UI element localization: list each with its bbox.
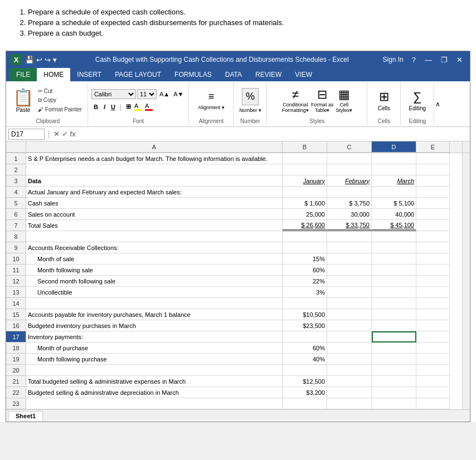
cell-c11[interactable] (327, 265, 372, 276)
row-header-18[interactable]: 18 (6, 342, 26, 354)
grow-font-button[interactable]: A▲ (158, 90, 171, 98)
tab-review[interactable]: REVIEW (249, 68, 288, 81)
row-header-6[interactable]: 6 (6, 209, 26, 220)
select-all-corner[interactable] (6, 141, 26, 153)
cell-e16[interactable] (416, 320, 450, 331)
signin-button[interactable]: Sign In (382, 56, 403, 63)
cell-b23[interactable] (283, 398, 327, 409)
cell-a23[interactable] (26, 398, 283, 409)
cell-e12[interactable] (416, 276, 450, 287)
row-header-4[interactable]: 4 (6, 187, 26, 198)
cell-b15[interactable]: $10,500 (283, 309, 327, 320)
row-header-1[interactable]: 1 (6, 153, 26, 164)
col-header-b[interactable]: B (283, 141, 327, 153)
cell-a14[interactable] (26, 298, 283, 309)
cell-a4[interactable]: Actual January and February and expected… (26, 187, 283, 198)
cell-a21[interactable]: Total budgeted selling & administrative … (26, 376, 283, 387)
cell-reference-input[interactable] (8, 129, 45, 140)
cell-d4[interactable] (372, 187, 416, 198)
cell-a18[interactable]: Month of purchase (26, 342, 283, 354)
close-button[interactable]: ✕ (454, 55, 465, 65)
sheet-tab-sheet1[interactable]: Sheet1 (8, 411, 43, 421)
cell-e2[interactable] (416, 164, 450, 175)
cell-e7[interactable] (416, 220, 450, 231)
row-header-7[interactable]: 7 (6, 220, 26, 231)
row-header-20[interactable]: 20 (6, 365, 26, 376)
insert-function-button[interactable]: fx (70, 130, 76, 138)
cell-b20[interactable] (283, 365, 327, 376)
cell-d11[interactable] (372, 265, 416, 276)
row-header-2[interactable]: 2 (6, 164, 26, 175)
cell-a16[interactable]: Budgeted inventory purchases in March (26, 320, 283, 331)
cell-d2[interactable] (372, 164, 416, 175)
cell-e17[interactable] (416, 331, 450, 342)
row-header-17[interactable]: 17 (6, 331, 26, 342)
alignment-icon[interactable]: ≡ (208, 91, 215, 102)
cell-e21[interactable] (416, 376, 450, 387)
row-header-14[interactable]: 14 (6, 298, 26, 309)
formula-input[interactable] (78, 130, 468, 139)
cell-e8[interactable] (416, 231, 450, 242)
bold-button[interactable]: B (91, 102, 100, 111)
cell-b10[interactable]: 15% (283, 253, 327, 265)
row-header-10[interactable]: 10 (6, 253, 26, 265)
cell-d22[interactable] (372, 387, 416, 398)
cell-e18[interactable] (416, 342, 450, 354)
cell-d14[interactable] (372, 298, 416, 309)
cell-c17[interactable] (327, 331, 372, 342)
tab-data[interactable]: DATA (218, 68, 249, 81)
cell-b18[interactable]: 60% (283, 342, 327, 354)
cell-b1[interactable] (283, 153, 327, 164)
undo-icon[interactable]: ↩ (36, 56, 42, 64)
tab-formulas[interactable]: FORMULAS (168, 68, 218, 81)
cell-b3[interactable]: January (283, 175, 327, 187)
cell-d3[interactable]: March (372, 175, 416, 187)
percent-button[interactable]: % (242, 88, 259, 105)
cell-d8[interactable] (372, 231, 416, 242)
cell-b9[interactable] (283, 242, 327, 253)
cell-e3[interactable] (416, 175, 450, 187)
row-header-23[interactable]: 23 (6, 398, 26, 409)
cell-d7[interactable]: $ 45,100 (372, 220, 416, 231)
row-header-22[interactable]: 22 (6, 387, 26, 398)
cell-d16[interactable] (372, 320, 416, 331)
cell-e23[interactable] (416, 398, 450, 409)
ribbon-collapse-button[interactable]: ∧ (434, 82, 441, 125)
cell-d12[interactable] (372, 276, 416, 287)
customize-icon[interactable]: ▾ (53, 56, 57, 64)
cell-a17[interactable]: Inventory payments: (26, 331, 283, 342)
help-button[interactable]: ? (409, 55, 419, 65)
italic-button[interactable]: I (101, 102, 108, 111)
cell-b5[interactable]: $ 1,600 (283, 198, 327, 209)
col-header-d[interactable]: D (372, 141, 416, 153)
cell-a10[interactable]: Month of sale (26, 253, 283, 265)
cell-e5[interactable] (416, 198, 450, 209)
cell-a6[interactable]: Sales on account (26, 209, 283, 220)
row-header-13[interactable]: 13 (6, 287, 26, 298)
cell-a13[interactable]: Uncollectible (26, 287, 283, 298)
cell-c12[interactable] (327, 276, 372, 287)
cell-c5[interactable]: $ 3,750 (327, 198, 372, 209)
cell-a5[interactable]: Cash sales (26, 198, 283, 209)
cell-c2[interactable] (327, 164, 372, 175)
format-painter-button[interactable]: 🖌 Format Painter (36, 105, 84, 114)
cell-c18[interactable] (327, 342, 372, 354)
cell-a19[interactable]: Month following purchase (26, 354, 283, 365)
cell-b6[interactable]: 25,000 (283, 209, 327, 220)
row-header-19[interactable]: 19 (6, 354, 26, 365)
cell-b7[interactable]: $ 26,600 (283, 220, 327, 231)
paste-button[interactable]: 📋 Paste (12, 86, 35, 114)
row-header-15[interactable]: 15 (6, 309, 26, 320)
save-icon[interactable]: 💾 (25, 56, 34, 64)
cell-e10[interactable] (416, 253, 450, 265)
cell-c10[interactable] (327, 253, 372, 265)
row-header-21[interactable]: 21 (6, 376, 26, 387)
row-header-12[interactable]: 12 (6, 276, 26, 287)
cell-c8[interactable] (327, 231, 372, 242)
cell-d13[interactable] (372, 287, 416, 298)
cell-c20[interactable] (327, 365, 372, 376)
cell-a15[interactable]: Accounts payable for inventory purchases… (26, 309, 283, 320)
row-header-5[interactable]: 5 (6, 198, 26, 209)
cell-c16[interactable] (327, 320, 372, 331)
minimize-button[interactable]: — (422, 55, 435, 65)
